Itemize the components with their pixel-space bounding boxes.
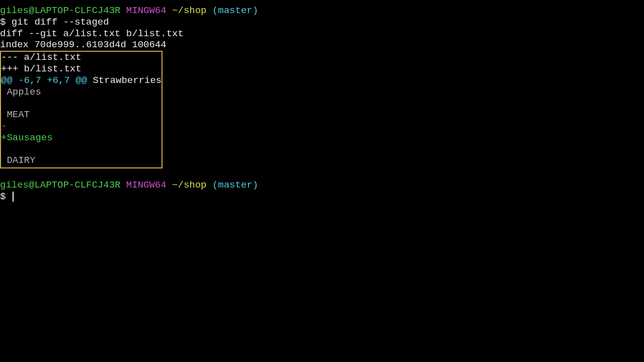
prompt-symbol: $: [0, 191, 12, 202]
diff-hunk: @@ -6,7 +6,7 @@ Strawberries: [1, 75, 162, 86]
diff-context-1: Apples: [1, 86, 162, 98]
cursor: [13, 192, 14, 202]
highlight-annotation: --- a/list.txt +++ b/list.txt @@ -6,7 +6…: [0, 51, 163, 168]
diff-header: diff --git a/list.txt b/list.txt: [0, 28, 644, 40]
prompt-symbol: $: [0, 17, 12, 28]
user-host: giles@LAPTOP-CLFCJ43R: [0, 179, 120, 191]
diff-removed: -: [1, 121, 162, 132]
diff-context-5: DAIRY: [1, 155, 162, 166]
diff-context-2: [1, 98, 162, 109]
branch: (master): [207, 5, 259, 16]
prompt-line-1: giles@LAPTOP-CLFCJ43R MINGW64 ~/shop (ma…: [0, 5, 644, 17]
diff-index: index 70de999..6103d4d 100644: [0, 39, 644, 51]
command-text: git diff --staged: [12, 17, 109, 28]
env-label: MINGW64: [120, 5, 166, 16]
diff-added: +Sausages: [1, 132, 162, 144]
branch: (master): [207, 179, 259, 191]
terminal-output[interactable]: giles@LAPTOP-CLFCJ43R MINGW64 ~/shop (ma…: [0, 5, 644, 203]
diff-file-a: --- a/list.txt: [1, 52, 162, 63]
blank-line: [0, 168, 644, 179]
diff-context-4: [1, 144, 162, 155]
path: ~/shop: [167, 5, 207, 16]
hunk-context: Strawberries: [87, 75, 162, 86]
diff-context-3: MEAT: [1, 109, 162, 121]
env-label: MINGW64: [120, 179, 166, 191]
path: ~/shop: [167, 179, 207, 191]
command-line: $ git diff --staged: [0, 17, 644, 28]
prompt-line-2: giles@LAPTOP-CLFCJ43R MINGW64 ~/shop (ma…: [0, 179, 644, 191]
user-host: giles@LAPTOP-CLFCJ43R: [0, 5, 120, 16]
prompt-input-line[interactable]: $: [0, 191, 644, 203]
diff-file-b: +++ b/list.txt: [1, 63, 162, 75]
hunk-range: @@ -6,7 +6,7 @@: [1, 75, 87, 86]
